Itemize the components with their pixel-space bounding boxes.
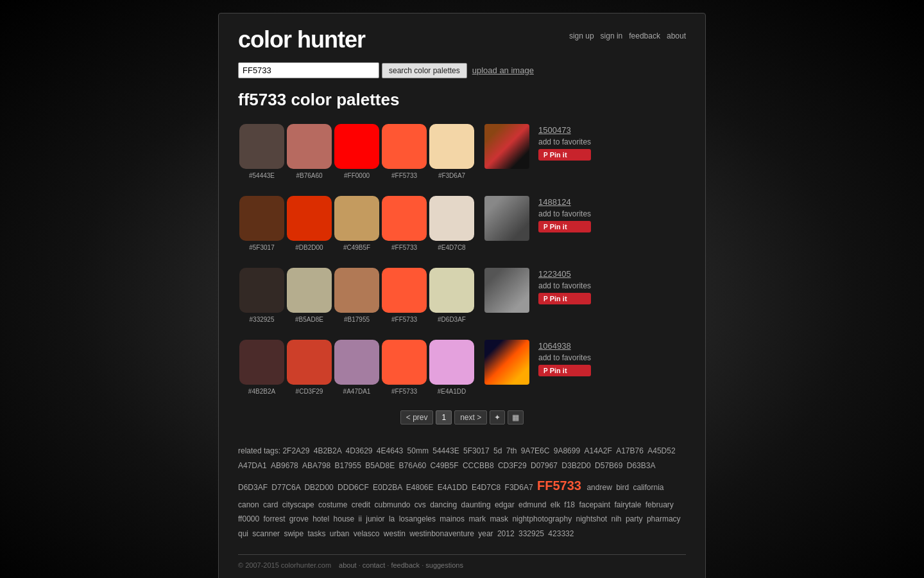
color-swatch[interactable] bbox=[334, 268, 379, 313]
tag-link[interactable]: B5AD8E bbox=[365, 461, 397, 470]
tag-link[interactable]: california bbox=[633, 483, 663, 492]
swatch-container[interactable]: #E4A1DD bbox=[428, 338, 475, 395]
color-swatch[interactable] bbox=[334, 196, 379, 241]
tag-link[interactable]: F3D6A7 bbox=[505, 483, 535, 492]
color-swatch[interactable] bbox=[429, 268, 474, 313]
swatch-container[interactable]: #FF5733 bbox=[381, 338, 428, 395]
swatch-container[interactable]: #54443E bbox=[238, 123, 286, 179]
tag-link[interactable]: swipe bbox=[284, 529, 305, 538]
color-swatch[interactable] bbox=[382, 340, 427, 385]
palette-id-link[interactable]: 1488124 bbox=[538, 197, 591, 207]
tag-link[interactable]: 4B2B2A bbox=[314, 446, 344, 455]
search-input[interactable] bbox=[238, 62, 379, 78]
tag-link[interactable]: D07967 bbox=[531, 461, 560, 470]
add-to-favorites-link[interactable]: add to favorites bbox=[538, 353, 591, 362]
tag-link[interactable]: canon bbox=[238, 500, 261, 509]
tag-link[interactable]: losangeles bbox=[399, 514, 438, 523]
tag-link[interactable]: 9A7E6C bbox=[521, 446, 552, 455]
tag-link[interactable]: 2012 bbox=[497, 529, 517, 538]
tag-link[interactable]: A45D52 bbox=[647, 446, 675, 455]
tag-link[interactable]: year bbox=[478, 529, 495, 538]
tag-link[interactable]: junior bbox=[366, 514, 387, 523]
tag-link[interactable]: scanner bbox=[252, 529, 282, 538]
swatch-container[interactable]: #FF0000 bbox=[333, 123, 381, 179]
tag-link[interactable]: AB9678 bbox=[271, 461, 300, 470]
tag-link[interactable]: andrew bbox=[586, 483, 614, 492]
tag-link[interactable]: mask bbox=[490, 514, 510, 523]
tag-link[interactable]: costume bbox=[318, 500, 350, 509]
swatch-container[interactable]: #FF5733 bbox=[381, 123, 428, 179]
tag-link[interactable]: ii bbox=[359, 514, 364, 523]
tag-link[interactable]: ABA798 bbox=[302, 461, 332, 470]
swatch-container[interactable]: #F3D6A7 bbox=[428, 123, 475, 179]
color-swatch[interactable] bbox=[239, 124, 284, 169]
palette-id-link[interactable]: 1500473 bbox=[538, 125, 591, 135]
tag-link[interactable]: 5d bbox=[493, 446, 504, 455]
color-swatch[interactable] bbox=[287, 124, 332, 169]
tag-link[interactable]: 5F3017 bbox=[463, 446, 492, 455]
tag-link[interactable]: elk bbox=[551, 500, 563, 509]
tag-link[interactable]: D57B69 bbox=[595, 461, 625, 470]
pin-button[interactable]: Pin it bbox=[538, 293, 591, 304]
tag-link[interactable]: fairytale bbox=[614, 500, 643, 509]
big-tag-link[interactable]: FF5733 bbox=[537, 478, 585, 493]
swatch-container[interactable]: #FF5733 bbox=[381, 195, 428, 251]
tag-link[interactable]: nih bbox=[612, 514, 624, 523]
tag-link[interactable]: D63B3A bbox=[627, 461, 655, 470]
swatch-container[interactable]: #B76A60 bbox=[286, 123, 333, 179]
tag-link[interactable]: E4806E bbox=[406, 483, 436, 492]
tag-link[interactable]: westinbonaventure bbox=[409, 529, 476, 538]
color-swatch[interactable] bbox=[334, 124, 379, 169]
tag-link[interactable]: B17955 bbox=[334, 461, 363, 470]
tag-link[interactable]: urban bbox=[330, 529, 352, 538]
tag-link[interactable]: house bbox=[334, 514, 357, 523]
tag-link[interactable]: mainos bbox=[440, 514, 466, 523]
tag-link[interactable]: E0D2BA bbox=[373, 483, 404, 492]
tag-link[interactable]: C49B5F bbox=[431, 461, 461, 470]
palette-thumbnail[interactable] bbox=[484, 268, 529, 313]
next-button[interactable]: next > bbox=[454, 410, 487, 425]
pin-button[interactable]: Pin it bbox=[538, 365, 591, 376]
tag-link[interactable]: 2F2A29 bbox=[282, 446, 311, 455]
signin-link[interactable]: sign in bbox=[601, 31, 623, 40]
feedback-link[interactable]: feedback bbox=[629, 31, 660, 40]
about-link[interactable]: about bbox=[667, 31, 686, 40]
upload-link[interactable]: upload an image bbox=[472, 66, 534, 75]
color-swatch[interactable] bbox=[429, 340, 474, 385]
tag-link[interactable]: 54443E bbox=[432, 446, 461, 455]
tag-link[interactable]: velasco bbox=[354, 529, 382, 538]
tag-link[interactable]: card bbox=[263, 500, 280, 509]
swatch-container[interactable]: #4B2B2A bbox=[238, 338, 286, 395]
footer-link[interactable]: about bbox=[339, 561, 357, 569]
tag-link[interactable]: CD3F29 bbox=[498, 461, 529, 470]
tag-link[interactable]: A17B76 bbox=[616, 446, 646, 455]
tag-link[interactable]: mark bbox=[468, 514, 488, 523]
tag-link[interactable]: B76A60 bbox=[399, 461, 429, 470]
color-swatch[interactable] bbox=[287, 268, 332, 313]
tag-link[interactable]: la bbox=[389, 514, 397, 523]
tag-link[interactable]: D3B2D0 bbox=[561, 461, 593, 470]
tag-link[interactable]: A14A2F bbox=[584, 446, 614, 455]
tag-link[interactable]: 7th bbox=[506, 446, 519, 455]
tag-link[interactable]: bird bbox=[616, 483, 631, 492]
tag-link[interactable]: D77C6A bbox=[271, 483, 302, 492]
add-to-favorites-link[interactable]: add to favorites bbox=[538, 209, 591, 218]
color-swatch[interactable] bbox=[239, 340, 284, 385]
swatch-container[interactable]: #FF5733 bbox=[381, 267, 428, 323]
tag-link[interactable]: westin bbox=[384, 529, 407, 538]
tag-link[interactable]: pharmacy bbox=[647, 514, 681, 523]
tag-link[interactable]: facepaint bbox=[579, 500, 612, 509]
tag-link[interactable]: CCCBB8 bbox=[463, 461, 496, 470]
tag-link[interactable]: 423332 bbox=[548, 529, 574, 538]
tag-link[interactable]: 4E4643 bbox=[377, 446, 406, 455]
tag-link[interactable]: A47DA1 bbox=[238, 461, 269, 470]
color-swatch[interactable] bbox=[429, 196, 474, 241]
tag-link[interactable]: nightshot bbox=[576, 514, 609, 523]
footer-link[interactable]: feedback bbox=[391, 561, 420, 569]
footer-link[interactable]: contact bbox=[363, 561, 385, 569]
swatch-container[interactable]: #E4D7C8 bbox=[428, 195, 475, 251]
swatch-container[interactable]: #A47DA1 bbox=[333, 338, 381, 395]
pin-button[interactable]: Pin it bbox=[538, 149, 591, 161]
tag-link[interactable]: forrest bbox=[263, 514, 287, 523]
tag-link[interactable]: cvs bbox=[415, 500, 428, 509]
